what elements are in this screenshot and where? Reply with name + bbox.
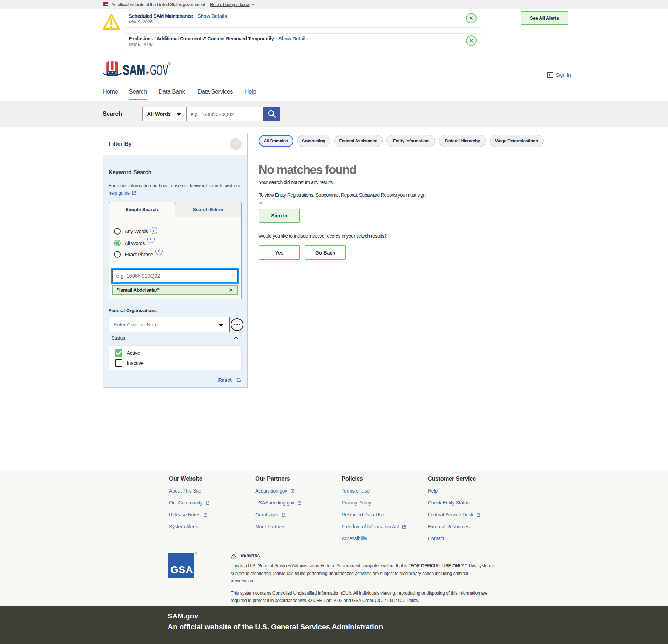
svg-text:SAM: SAM: [123, 62, 145, 76]
svg-text:®: ®: [168, 61, 171, 65]
svg-text:GOV: GOV: [150, 62, 168, 76]
